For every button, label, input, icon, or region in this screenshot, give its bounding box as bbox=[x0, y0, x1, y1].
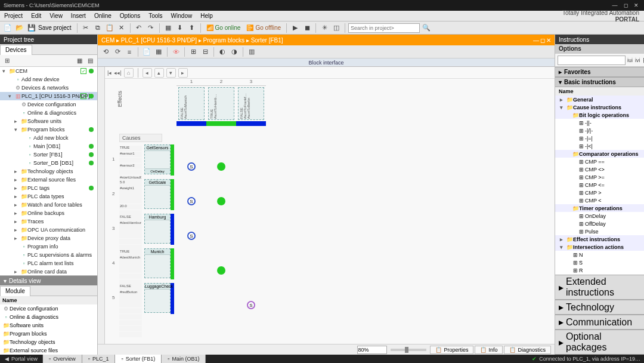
status-tab[interactable]: ▫Overview bbox=[43, 355, 82, 363]
save-icon[interactable]: 💾 bbox=[26, 23, 37, 33]
menu-window[interactable]: Window bbox=[167, 13, 197, 19]
instruction-item[interactable]: ⊞S bbox=[555, 259, 644, 266]
minimize-icon[interactable]: — bbox=[611, 2, 619, 9]
delete-icon[interactable]: ✕ bbox=[116, 23, 127, 33]
details-item[interactable]: Technology objects bbox=[0, 338, 97, 346]
details-list[interactable]: Name Device configurationOnline & diagno… bbox=[0, 296, 97, 355]
open-project-icon[interactable]: 📂 bbox=[14, 23, 25, 33]
section-technology[interactable]: ▸Technology bbox=[555, 300, 644, 315]
cause-row[interactable]: 5FALSE#redButtonLuggageCheck bbox=[112, 283, 174, 316]
effect-column[interactable]: 3FALSE#sortToFrankf…#sortToBerlin bbox=[236, 79, 266, 126]
cause-row[interactable]: 1TRUE#sensor1#sensor2#startUnloadf…1#10s… bbox=[112, 144, 174, 178]
ed-btn9-icon[interactable]: ◑ bbox=[229, 47, 240, 57]
cause-row[interactable]: 25.0#weight120.0GetScale bbox=[112, 179, 174, 213]
intersection-node[interactable] bbox=[217, 197, 225, 205]
instruction-item[interactable]: ⊞-|=| bbox=[555, 134, 644, 142]
instruction-item[interactable]: ⊞OnDelay bbox=[555, 212, 644, 220]
instruction-item[interactable]: ⊞CMP < bbox=[555, 196, 644, 204]
redo-icon[interactable]: ↷ bbox=[145, 23, 156, 33]
details-item[interactable]: Online & diagnostics bbox=[0, 313, 97, 321]
tree-btn1-icon[interactable]: ▦ bbox=[75, 56, 84, 66]
instruction-item[interactable]: ⊞CMP <> bbox=[555, 165, 644, 173]
footer-tab-info[interactable]: 📋Info bbox=[475, 346, 503, 354]
effect-column[interactable]: 1FALSE#sortToMunich bbox=[177, 79, 206, 126]
tree-item[interactable]: ▾PLC_1 [CPU 1516-3 PN/DP]✓ bbox=[0, 92, 97, 100]
section-extended-instructions[interactable]: ▸Extended instructions bbox=[555, 275, 644, 300]
menu-view[interactable]: View bbox=[45, 13, 67, 19]
zoom-select[interactable] bbox=[357, 346, 387, 354]
menu-options[interactable]: Options bbox=[116, 13, 144, 19]
stop-icon[interactable]: ◼ bbox=[302, 23, 312, 33]
ed-monitor-icon[interactable]: 👁 bbox=[171, 47, 181, 57]
instruction-item[interactable]: ⊞N bbox=[555, 251, 644, 259]
instr-filter-icon[interactable]: ivi bbox=[634, 55, 641, 66]
cause-row[interactable]: 4TRUE#destMunichMunich bbox=[112, 248, 174, 282]
cem-editor[interactable]: |◂◂◂| ⌂ ◂ ▴ ▾ ▸ Effects Causes 1FALSE#so… bbox=[98, 67, 555, 344]
tree-btn2-icon[interactable]: ▤ bbox=[85, 56, 95, 66]
tree-item[interactable]: ▾CEM✓ bbox=[0, 67, 97, 75]
start-icon[interactable]: ▶ bbox=[290, 23, 301, 33]
cause-row[interactable]: 3FALSE#destHambur…Hamburg bbox=[112, 214, 174, 247]
tree-item[interactable]: ▸Software units bbox=[0, 117, 97, 125]
intersection-node[interactable]: S bbox=[247, 301, 255, 309]
instruction-item[interactable]: ⊞CMP == bbox=[555, 158, 644, 165]
expand-icon[interactable]: ⊞ bbox=[2, 56, 12, 66]
tree-item[interactable]: ▸PLC tags bbox=[0, 184, 97, 192]
compile-icon[interactable]: ▦ bbox=[163, 23, 174, 33]
tab-devices[interactable]: Devices bbox=[0, 45, 32, 55]
tree-item[interactable]: Sorter_DB [DB1] bbox=[0, 159, 97, 167]
instr-search-icon[interactable]: iui bbox=[627, 55, 633, 66]
instruction-item[interactable]: ▸📁General bbox=[555, 96, 644, 103]
menu-insert[interactable]: Insert bbox=[67, 13, 90, 19]
favorites-section[interactable]: ▸Favorites bbox=[555, 67, 644, 77]
instruction-item[interactable]: ⊞OffDelay bbox=[555, 220, 644, 227]
close-icon[interactable]: ✕ bbox=[632, 2, 640, 9]
go-online-button[interactable]: 📶 Go online bbox=[204, 24, 243, 31]
menu-tools[interactable]: Tools bbox=[144, 13, 166, 19]
instruction-item[interactable]: ⊞-|/|- bbox=[555, 127, 644, 134]
cut-icon[interactable]: ✂ bbox=[80, 23, 91, 33]
tree-item[interactable]: PLC alarm text lists bbox=[0, 259, 97, 267]
tree-item[interactable]: ▸Watch and force tables bbox=[0, 201, 97, 209]
search-icon[interactable]: 🔍 bbox=[421, 23, 432, 33]
status-tab[interactable]: ▫Main (OB1) bbox=[162, 355, 206, 363]
ed-btn3-icon[interactable]: ≡ bbox=[124, 47, 135, 57]
block-interface-bar[interactable]: Block interface bbox=[98, 59, 555, 67]
instruction-item[interactable]: ▾📁Intersection actions bbox=[555, 243, 644, 251]
ed-btn5-icon[interactable]: ▦ bbox=[153, 47, 164, 57]
upload-icon[interactable]: ⬆ bbox=[187, 23, 197, 33]
menu-edit[interactable]: Edit bbox=[27, 13, 45, 19]
tree-item[interactable]: ▸Online card data bbox=[0, 267, 97, 275]
section-optional-packages[interactable]: ▸Optional packages bbox=[555, 330, 644, 355]
zoom-slider[interactable] bbox=[391, 349, 426, 351]
ed-btn7-icon[interactable]: ⊟ bbox=[200, 47, 210, 57]
tree-item[interactable]: ▸Traces bbox=[0, 217, 97, 226]
nav-left-icon[interactable]: ◂ bbox=[143, 68, 152, 78]
instruction-item[interactable]: ▸📁Effect instructions bbox=[555, 235, 644, 243]
ed-btn8-icon[interactable]: ◐ bbox=[217, 47, 228, 57]
instruction-item[interactable]: ⊞CMP >= bbox=[555, 173, 644, 181]
tree-item[interactable]: Main [OB1] bbox=[0, 142, 97, 150]
tree-item[interactable]: ▸Online backups bbox=[0, 209, 97, 217]
footer-tab-diagnostics[interactable]: 📋Diagnostics bbox=[504, 346, 551, 354]
details-item[interactable]: Software units bbox=[0, 321, 97, 330]
tab-module[interactable]: Module bbox=[0, 286, 30, 296]
portal-view-button[interactable]: ◀ Portal view bbox=[0, 355, 43, 363]
tree-item[interactable]: ▾Program blocks bbox=[0, 125, 97, 134]
go-offline-button[interactable]: 📴 Go offline bbox=[244, 24, 283, 31]
new-project-icon[interactable]: 📄 bbox=[2, 23, 13, 33]
status-tab[interactable]: ▫Sorter (FB1) bbox=[115, 355, 162, 363]
instructions-search-input[interactable] bbox=[558, 56, 626, 65]
intersection-node[interactable]: S bbox=[187, 232, 196, 240]
editor-min-icon[interactable]: — bbox=[533, 37, 539, 44]
instruction-item[interactable]: ▾📁Cause instructions bbox=[555, 103, 644, 111]
tree-item[interactable]: Add new device bbox=[0, 75, 97, 84]
instruction-item[interactable]: 📁Timer operations bbox=[555, 204, 644, 212]
nav-up-icon[interactable]: ▴ bbox=[154, 68, 164, 78]
tree-item[interactable]: Device configuration bbox=[0, 100, 97, 109]
tree-item[interactable]: ▸Device proxy data bbox=[0, 234, 97, 242]
instruction-item[interactable]: 📁Bit logic operations bbox=[555, 111, 644, 119]
details-item[interactable]: Device configuration bbox=[0, 304, 97, 313]
section-communication[interactable]: ▸Communication bbox=[555, 315, 644, 330]
instruction-item[interactable]: ⊞Pulse bbox=[555, 227, 644, 235]
